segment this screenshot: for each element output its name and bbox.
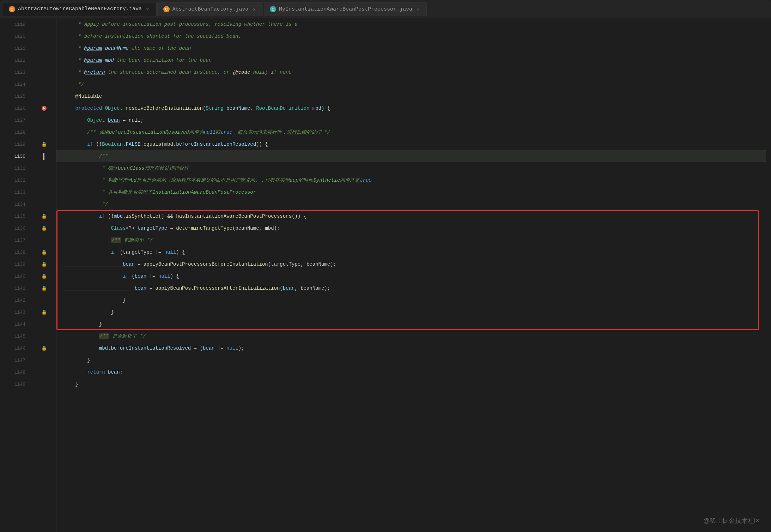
gutter-row-1125: 1125 bbox=[0, 90, 56, 102]
code-line-1136: Class<?> targetType = determineTargetTyp… bbox=[56, 222, 766, 234]
false-val: FALSE bbox=[126, 138, 140, 150]
comment-1132: * 判断当前mbd是否是合成的（应用程序本身定义的而不是用户定义的），只有在实现… bbox=[63, 174, 372, 186]
method-apply-after: applyBeanPostProcessorsAfterInitializati… bbox=[155, 282, 280, 294]
gutter-row-1149: 1149 bbox=[0, 378, 56, 390]
close-1146: ); bbox=[238, 342, 244, 354]
code-line-1130: /** bbox=[56, 150, 766, 162]
gutter-row-1123: 1123 bbox=[0, 66, 56, 78]
assign-1141: = bbox=[146, 282, 155, 294]
line-num-1122: 1122 bbox=[0, 58, 32, 63]
gutter-row-1138: 1138 🔒 bbox=[0, 246, 56, 258]
code-line-1121: * @param beanName the name of the bean bbox=[56, 42, 766, 54]
var-bean-1127: bean bbox=[108, 114, 120, 126]
gutter-row-1135: 1135 🔒 bbox=[0, 210, 56, 222]
code-lines: * Apply before-instantiation post-proces… bbox=[56, 18, 766, 532]
gutter-icons-1130 bbox=[32, 153, 56, 160]
gutter-icons-1140: 🔒 bbox=[32, 273, 56, 279]
paren-1138: (targetType != bbox=[120, 246, 164, 258]
assign-1136: = bbox=[167, 222, 176, 234]
line-num-1131: 1131 bbox=[0, 166, 32, 171]
dot-equals: . bbox=[140, 138, 143, 150]
semicolon-1148: ; bbox=[120, 366, 123, 378]
method-apply-before: applyBeanPostProcessorsBeforeInstantiati… bbox=[144, 258, 268, 270]
not-null-1140: != bbox=[146, 270, 158, 282]
lock-icon-1143: 🔒 bbox=[41, 309, 47, 315]
gutter-icons-1129: 🔒 bbox=[32, 141, 56, 147]
code-line-1143: } bbox=[56, 306, 766, 318]
paren-open: ( bbox=[203, 102, 206, 114]
scrollbar-track[interactable] bbox=[766, 18, 771, 532]
code-line-1129: if (!Boolean.FALSE.equals(mbd.beforeInst… bbox=[56, 138, 766, 150]
gutter-row-1126: 1126 bbox=[0, 102, 56, 114]
line-num-1138: 1138 bbox=[0, 250, 32, 255]
assign-1139: = bbox=[135, 258, 144, 270]
line-num-1141: 1141 bbox=[0, 286, 32, 291]
tab-abstract-bean[interactable]: C AbstractBeanFactory.java ✕ bbox=[157, 2, 263, 16]
code-line-1125: @Nullable bbox=[56, 90, 766, 102]
brace-1143: } bbox=[63, 306, 114, 318]
tab-close-3[interactable]: ✕ bbox=[415, 6, 421, 13]
watermark: @稀土掘金技术社区 bbox=[703, 516, 760, 525]
line-num-1140: 1140 bbox=[0, 274, 32, 279]
type-object2: Object bbox=[63, 114, 108, 126]
kw-if-1140: if bbox=[63, 270, 132, 282]
tab-close-2[interactable]: ✕ bbox=[251, 6, 257, 13]
dot-false: . bbox=[123, 138, 126, 150]
line-num-1137: 1137 bbox=[0, 238, 32, 243]
kw-return-1148: return bbox=[63, 366, 108, 378]
gutter-row-1131: 1131 bbox=[0, 162, 56, 174]
line-num-1146: 1146 bbox=[0, 346, 32, 351]
kw-protected: protected bbox=[63, 102, 105, 114]
tab-close-1[interactable]: ✕ bbox=[145, 5, 150, 13]
method-synthetic: isSynthetic bbox=[126, 210, 158, 222]
kw-if-1129: if bbox=[63, 138, 96, 150]
code-line-1149: } bbox=[56, 378, 766, 390]
line-num-1129: 1129 bbox=[0, 142, 32, 147]
lock-icon-1141: 🔒 bbox=[41, 285, 47, 291]
comment-1119: * Apply before-instantiation post-proces… bbox=[63, 18, 298, 30]
gutter-row-1119: 1119 bbox=[0, 18, 56, 30]
kw-if-1138: if bbox=[63, 246, 120, 258]
code-line-1140: if (bean != null) { bbox=[56, 270, 766, 282]
code-line-1128: /** 如果beforeInstantiationResolved的值为null… bbox=[56, 126, 766, 138]
gutter-row-1146: 1146 🔒 bbox=[0, 342, 56, 354]
code-line-1119: * Apply before-instantiation post-proces… bbox=[56, 18, 766, 30]
gutter-row-1120: 1120 bbox=[0, 30, 56, 42]
comment-1124: */ bbox=[63, 78, 84, 90]
gutter-row-1142: 1142 bbox=[0, 294, 56, 306]
tab-label-2: AbstractBeanFactory.java bbox=[172, 6, 249, 12]
comma: , bbox=[250, 102, 256, 114]
lock-icon-1140: 🔒 bbox=[41, 273, 47, 279]
tab-label-1: AbstractAutowireCapableBeanFactory.java bbox=[18, 6, 142, 12]
line-num-1130: 1130 bbox=[0, 154, 32, 159]
code-line-1141: bean = applyBeanPostProcessorsAfterIniti… bbox=[56, 282, 766, 294]
type-rbd: RootBeanDefinition bbox=[256, 102, 312, 114]
gutter-icons-1136: 🔒 bbox=[32, 225, 56, 231]
gutter-row-1136: 1136 🔒 bbox=[0, 222, 56, 234]
code-area: 1119 1120 1121 1122 1123 bbox=[0, 18, 771, 532]
code-line-1138: if (targetType != null) { bbox=[56, 246, 766, 258]
gutter-icons-1146: 🔒 bbox=[32, 345, 56, 351]
tab-abstract-autowire[interactable]: C AbstractAutowireCapableBeanFactory.jav… bbox=[3, 2, 157, 16]
gutter-row-1140: 1140 🔒 bbox=[0, 270, 56, 282]
caret-1130 bbox=[43, 153, 44, 160]
brace-1144: } bbox=[63, 318, 102, 330]
code-line-1144: } bbox=[56, 318, 766, 330]
dot-1146: . bbox=[108, 342, 111, 354]
tab-my-instantiation[interactable]: C MyInstantiationAwareBeanPostProcessor.… bbox=[264, 2, 427, 16]
line-num-1119: 1119 bbox=[0, 22, 32, 27]
comment-1134: */ bbox=[63, 198, 108, 210]
assign-null: = null; bbox=[120, 114, 144, 126]
code-line-1133: * 并且判断是否实现了InstantiationAwareBeanPostPro… bbox=[56, 186, 766, 198]
code-line-1148: return bean; bbox=[56, 366, 766, 378]
gutter-row-1143: 1143 🔒 bbox=[0, 306, 56, 318]
var-target-type: targetType bbox=[138, 222, 167, 234]
comment-1131: * 确认beanClass却是在此处进行处理 bbox=[63, 162, 189, 174]
annotation-1125: @Nullable bbox=[63, 90, 102, 102]
gutter-row-1124: 1124 bbox=[0, 78, 56, 90]
breakpoint-icon-1126 bbox=[42, 106, 47, 111]
comment-1122: * @param mbd the bean definition for the… bbox=[63, 54, 212, 66]
gutter-row-1134: 1134 bbox=[0, 198, 56, 210]
gutter-row-1139: 1139 🔒 bbox=[0, 258, 56, 270]
line-num-1127: 1127 bbox=[0, 118, 32, 123]
